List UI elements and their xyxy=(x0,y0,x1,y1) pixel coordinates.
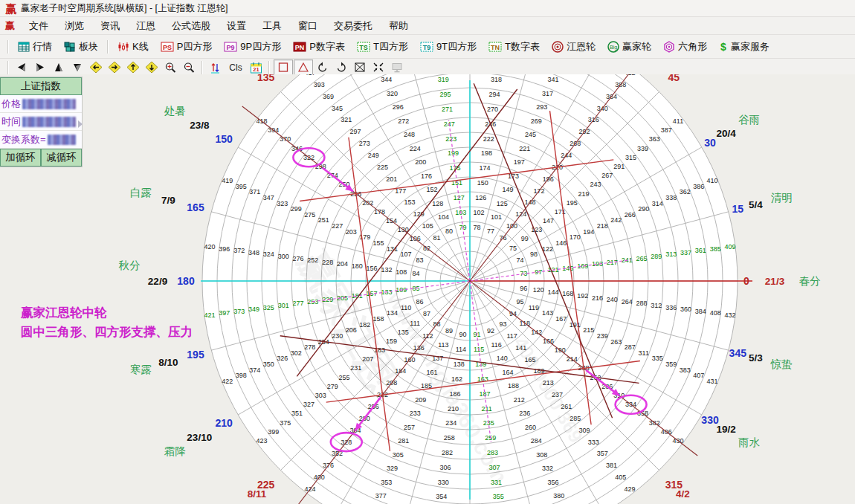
calendar-icon: 21 xyxy=(250,62,262,74)
p-square-button[interactable]: PS P四方形 xyxy=(155,38,219,56)
kline-label: K线 xyxy=(132,40,149,54)
wheel-number: 308 xyxy=(536,451,547,459)
sectors-button[interactable]: 板块 xyxy=(58,38,104,56)
triangle-overlay-tool[interactable] xyxy=(294,59,313,75)
menu-item-tools[interactable]: 工具 xyxy=(254,18,290,34)
diamond-right-icon xyxy=(108,61,121,74)
wheel-number: 377 xyxy=(375,492,387,500)
t-square-button[interactable]: TS T四方形 xyxy=(351,38,414,56)
rotate-down-button[interactable] xyxy=(68,60,86,74)
arrows-inward-icon xyxy=(372,62,384,73)
t9-square-button[interactable]: T9 9T四方形 xyxy=(414,38,483,56)
cls-button[interactable]: Cls xyxy=(225,60,246,74)
hexagon-button[interactable]: 六角形 xyxy=(657,38,713,56)
sidebar-panel: 上证指数 价格 时间 变换系数= 加循环 减循环 xyxy=(0,77,83,167)
wheel-number: 282 xyxy=(442,449,453,456)
wheel-number: 341 xyxy=(548,76,559,83)
wheel-number: 399 xyxy=(268,428,279,436)
wheel-number: 251 xyxy=(318,216,329,224)
wheel-number: 123 xyxy=(531,226,542,233)
p-number-table-button[interactable]: PN P数字表 xyxy=(287,38,351,56)
gann-wheel-chart[interactable]: 赢家江恩www.yingjia360.com400 0600 369737475… xyxy=(0,74,855,504)
screen-share-button[interactable] xyxy=(388,60,406,74)
pan-down-button[interactable] xyxy=(143,60,161,74)
wheel-number: 303 xyxy=(315,392,326,399)
wheel-number: 420 xyxy=(204,243,216,251)
wheel-number: 210 xyxy=(448,405,459,413)
axis-label: 19/2 xyxy=(717,424,736,435)
wheel-number-cardinal: 193 xyxy=(592,260,603,268)
zoom-out-button[interactable] xyxy=(180,60,198,74)
wheel-number: 74 xyxy=(516,256,523,264)
calendar-button[interactable]: 21 xyxy=(247,60,265,74)
blocks-icon xyxy=(64,42,76,52)
winner-wheel-button[interactable]: Big 赢家轮 xyxy=(601,38,657,56)
menu-item-trading[interactable]: 交易委托 xyxy=(326,18,381,34)
wheel-number: 150 xyxy=(477,179,488,187)
wheel-number: 243 xyxy=(590,181,601,188)
wheel-number: 272 xyxy=(398,117,409,125)
wheel-number: 302 xyxy=(291,349,302,357)
sort-toggle-button[interactable] xyxy=(207,60,225,74)
wheel-number: 227 xyxy=(332,222,343,230)
p9-square-button[interactable]: P9 9P四方形 xyxy=(218,38,287,56)
quotes-button[interactable]: 行情 xyxy=(12,38,58,56)
menu-item-news[interactable]: 资讯 xyxy=(92,18,128,34)
zoom-in-button[interactable] xyxy=(161,60,179,74)
gann-wheel-button[interactable]: 江恩轮 xyxy=(546,38,601,56)
wheel-number: 128 xyxy=(432,200,443,207)
menu-item-window[interactable]: 窗口 xyxy=(290,18,326,34)
chart-area[interactable]: 赢家江恩www.yingjia360.com400 0600 369737475… xyxy=(0,74,855,504)
menu-item-file[interactable]: 文件 xyxy=(21,18,57,34)
sub-cycle-button[interactable]: 减循环 xyxy=(41,149,82,167)
wheel-number: 219 xyxy=(578,190,590,198)
winner-service-label: 赢家服务 xyxy=(731,40,770,54)
menu-item-settings[interactable]: 设置 xyxy=(219,18,254,34)
collapse-arrows-button[interactable] xyxy=(370,60,387,74)
pan-left-button[interactable] xyxy=(87,60,105,74)
menu-item-gann[interactable]: 江恩 xyxy=(128,18,164,34)
square-overlay-tool[interactable] xyxy=(274,59,293,75)
wheel-number-cardinal: 349 xyxy=(248,306,259,313)
box-select-button[interactable] xyxy=(351,60,369,74)
axis-label: 处暑 xyxy=(164,105,186,117)
wheel-number: 327 xyxy=(303,401,314,408)
t-number-table-button[interactable]: TN T数字表 xyxy=(483,38,546,56)
winner-service-button[interactable]: $ 赢家服务 xyxy=(713,38,775,56)
menu-bar: 赢 文件 浏览 资讯 江恩 公式选股 设置 工具 窗口 交易委托 帮助 xyxy=(0,17,855,35)
wheel-number: 362 xyxy=(680,188,691,196)
up-down-arrows-icon xyxy=(210,62,222,74)
add-cycle-button[interactable]: 加循环 xyxy=(0,149,41,167)
rotate-cw-button[interactable] xyxy=(332,60,350,74)
wheel-number: 96 xyxy=(520,285,527,292)
wheel-number: 225 xyxy=(377,164,388,171)
rotate-up-button[interactable] xyxy=(50,60,68,74)
axis-label: 0 xyxy=(743,275,749,287)
wheel-number: 312 xyxy=(651,302,662,309)
axis-label: 195 xyxy=(187,349,204,361)
kline-button[interactable]: K线 xyxy=(112,38,155,56)
wheel-number: 113 xyxy=(438,341,448,349)
pan-right-button[interactable] xyxy=(106,60,123,74)
wheel-number: 80 xyxy=(445,227,453,235)
wheel-number: 285 xyxy=(570,415,581,422)
menu-item-formula-pick[interactable]: 公式选股 xyxy=(164,18,219,34)
axis-label: 4/2 xyxy=(676,488,690,500)
wheel-number: 248 xyxy=(404,131,415,138)
wheel-number: 386 xyxy=(693,183,704,190)
wheel-number: 195 xyxy=(567,199,578,207)
menu-item-help[interactable]: 帮助 xyxy=(381,18,416,34)
step-forward-button[interactable] xyxy=(31,60,49,74)
rotate-ccw-button[interactable] xyxy=(314,60,332,74)
rotate-cw-icon xyxy=(335,62,347,73)
panel-expand-icon[interactable] xyxy=(78,120,83,128)
axis-label: 165 xyxy=(187,201,204,213)
pan-up-button[interactable] xyxy=(124,60,142,74)
wheel-number: 411 xyxy=(673,117,683,125)
wheel-number: 263 xyxy=(610,338,622,346)
wheel-number: 116 xyxy=(491,341,501,349)
wheel-number: 104 xyxy=(438,213,449,221)
menu-item-browse[interactable]: 浏览 xyxy=(57,18,92,34)
p9-icon: P9 xyxy=(224,42,237,52)
step-back-button[interactable] xyxy=(13,60,30,74)
